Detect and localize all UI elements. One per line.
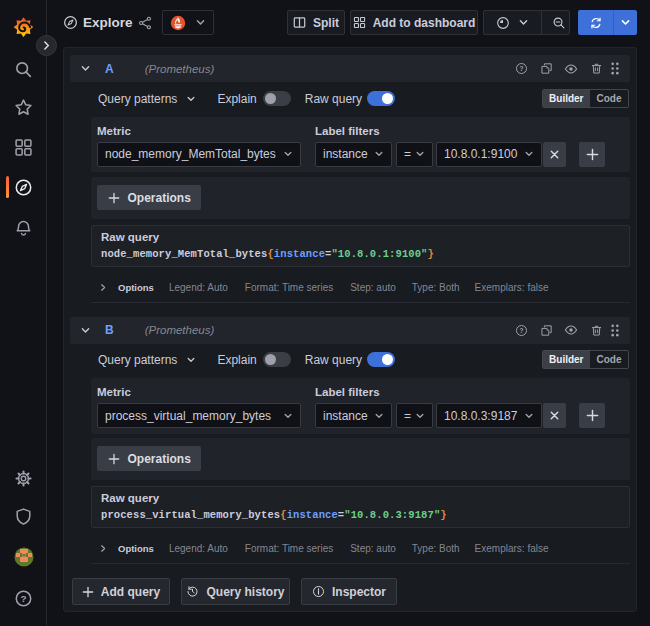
svg-text:?: ? xyxy=(20,593,26,604)
svg-text:?: ? xyxy=(520,65,524,72)
svg-text:?: ? xyxy=(520,326,524,333)
